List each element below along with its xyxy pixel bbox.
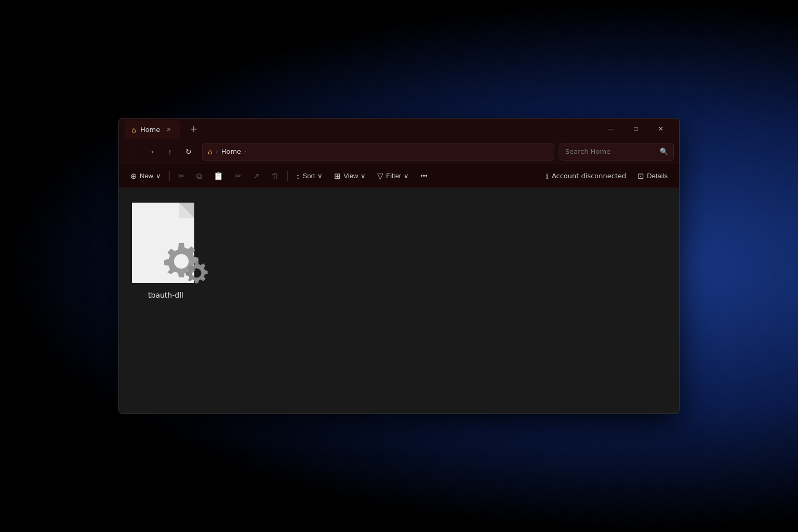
active-tab[interactable]: ⌂ Home ✕: [125, 121, 180, 139]
view-label: View: [343, 172, 358, 180]
toolbar: ⊕ New ∨ ✂ ⧉ 📋 ✏ ↗ 🗑 ↕ Sort ∨ ⊞: [119, 164, 679, 188]
file-page-icon: [132, 203, 194, 283]
delete-icon: 🗑: [271, 171, 279, 180]
up-button[interactable]: ↑: [162, 143, 178, 160]
share-button[interactable]: ↗: [248, 167, 265, 185]
title-bar: ⌂ Home ✕ + — □ ✕: [119, 118, 679, 139]
new-button[interactable]: ⊕ New ∨: [125, 167, 166, 185]
more-button[interactable]: •••: [415, 167, 433, 185]
file-name: tbauth-dll: [148, 291, 183, 299]
back-button[interactable]: ←: [124, 143, 141, 160]
share-icon: ↗: [253, 171, 260, 181]
account-disconnected-button[interactable]: ℹ Account disconnected: [541, 169, 632, 183]
account-info-icon: ℹ: [546, 172, 549, 180]
search-icon[interactable]: 🔍: [660, 148, 668, 155]
view-icon: ⊞: [334, 171, 341, 181]
new-label: New: [140, 172, 153, 180]
file-explorer-window: ⌂ Home ✕ + — □ ✕ ← → ↑ ↻ ⌂ › Home › 🔍 ⊕: [118, 118, 680, 414]
sort-button[interactable]: ↕ Sort ∨: [291, 167, 328, 185]
filter-icon: ▽: [377, 171, 383, 181]
window-controls: — □ ✕: [599, 121, 673, 137]
new-icon: ⊕: [130, 171, 137, 181]
address-home-icon: ⌂: [208, 148, 212, 156]
new-chevron: ∨: [156, 172, 161, 180]
cut-icon: ✂: [178, 171, 185, 181]
view-button[interactable]: ⊞ View ∨: [329, 167, 371, 185]
filter-button[interactable]: ▽ Filter ∨: [372, 167, 414, 185]
sort-icon: ↕: [296, 171, 300, 180]
filter-label: Filter: [386, 172, 401, 180]
details-icon: ⊡: [637, 171, 644, 181]
maximize-button[interactable]: □: [624, 121, 648, 137]
view-chevron: ∨: [361, 172, 366, 180]
sort-label: Sort: [303, 172, 315, 180]
rename-button[interactable]: ✏: [230, 167, 247, 185]
forward-button[interactable]: →: [143, 143, 159, 160]
toolbar-divider-2: [287, 171, 288, 181]
file-icon-wrapper: [132, 203, 200, 286]
tab-home-icon: ⌂: [131, 126, 136, 134]
toolbar-divider-1: [169, 171, 170, 181]
search-box[interactable]: 🔍: [560, 143, 674, 161]
details-button[interactable]: ⊡ Details: [632, 167, 673, 185]
more-label: •••: [420, 172, 428, 180]
copy-icon: ⧉: [196, 171, 202, 181]
tab-label: Home: [140, 126, 160, 134]
new-tab-button[interactable]: +: [186, 123, 202, 134]
cut-button[interactable]: ✂: [173, 167, 190, 185]
details-label: Details: [647, 172, 668, 180]
refresh-button[interactable]: ↻: [180, 143, 197, 160]
filter-chevron: ∨: [404, 172, 409, 180]
account-disconnected-label: Account disconnected: [552, 172, 626, 180]
search-input[interactable]: [565, 148, 657, 155]
paste-button[interactable]: 📋: [208, 167, 229, 185]
paste-icon: 📋: [214, 171, 223, 181]
rename-icon: ✏: [235, 171, 242, 181]
address-home-label: Home: [221, 148, 241, 155]
address-separator-1: ›: [216, 148, 218, 155]
copy-button[interactable]: ⧉: [191, 167, 207, 185]
delete-button[interactable]: 🗑: [266, 167, 284, 185]
nav-bar: ← → ↑ ↻ ⌂ › Home › 🔍: [119, 139, 679, 164]
address-chevron: ›: [244, 148, 246, 155]
close-button[interactable]: ✕: [649, 121, 673, 137]
sort-chevron: ∨: [317, 172, 323, 180]
address-bar[interactable]: ⌂ › Home ›: [202, 143, 554, 161]
minimize-button[interactable]: —: [599, 121, 623, 137]
content-area: tbauth-dll: [119, 188, 679, 414]
small-gear-icon: [185, 261, 208, 285]
tab-close-button[interactable]: ✕: [164, 125, 173, 134]
file-item[interactable]: tbauth-dll: [129, 198, 202, 303]
